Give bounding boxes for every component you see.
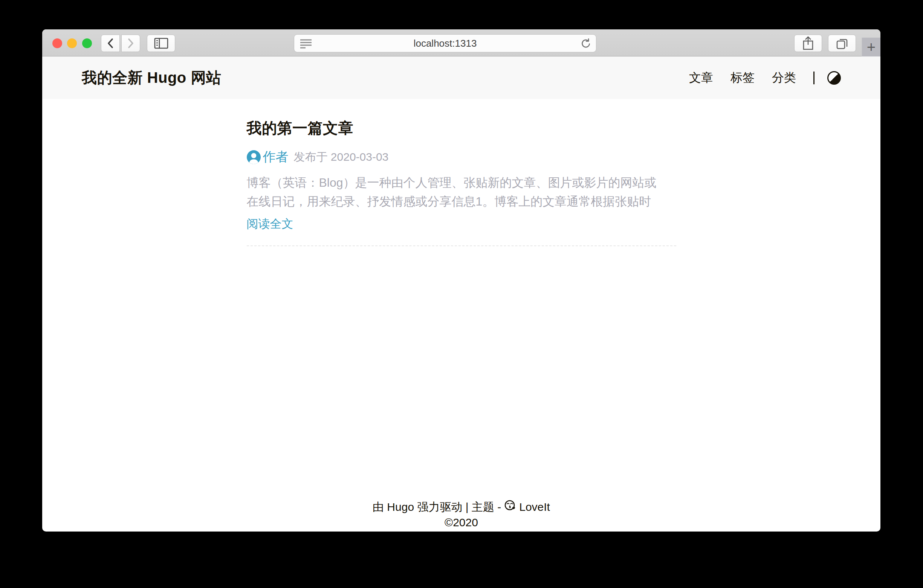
theme-toggle-icon[interactable] (827, 71, 841, 85)
url-text: localhost:1313 (414, 38, 477, 49)
read-more-link[interactable]: 阅读全文 (247, 216, 294, 232)
publish-prefix: 发布于 (294, 151, 328, 163)
browser-toolbar: localhost:1313 + (42, 29, 880, 56)
chevron-right-icon (126, 38, 135, 49)
back-button[interactable] (101, 34, 120, 52)
publish-date: 2020-03-03 (331, 151, 388, 163)
sidebar-toggle-button[interactable] (147, 34, 175, 52)
sidebar-icon (154, 38, 168, 49)
summary-line: 博客（英语：Blog）是一种由个人管理、张贴新的文章、图片或影片的网站或 (247, 173, 676, 192)
share-button[interactable] (794, 34, 822, 52)
forward-button[interactable] (121, 34, 140, 52)
post-meta: 作者 发布于 2020-03-03 (247, 148, 676, 165)
site-footer: 由 Hugo 强力驱动 | 主题 - LoveIt ©2020 (42, 499, 880, 530)
publish-info: 发布于 2020-03-03 (294, 149, 389, 165)
main-content: 我的第一篇文章 作者 发布于 2020-03-03 博客（英语：Blog） (247, 99, 676, 246)
author-link[interactable]: 作者 (263, 148, 289, 165)
nav-item-posts[interactable]: 文章 (689, 70, 713, 86)
desktop: { "browser": { "url": "localhost:1313", … (0, 0, 923, 588)
new-tab-button[interactable]: + (862, 38, 880, 56)
site-title[interactable]: 我的全新 Hugo 网站 (82, 67, 221, 88)
summary-line: 在线日记，用来纪录、抒发情感或分享信息1。博客上的文章通常根据张贴时 (247, 192, 676, 211)
post-summary-card: 我的第一篇文章 作者 发布于 2020-03-03 博客（英语：Blog） (247, 118, 676, 246)
footer-copyright: ©2020 (42, 515, 880, 530)
powered-text: 由 Hugo 强力驱动 | 主题 - (373, 500, 501, 514)
zoom-window-button[interactable] (82, 38, 92, 48)
post-summary: 博客（英语：Blog）是一种由个人管理、张贴新的文章、图片或影片的网站或 在线日… (247, 173, 676, 211)
tabs-icon (835, 36, 849, 50)
footer-powered-line: 由 Hugo 强力驱动 | 主题 - LoveIt (42, 499, 880, 515)
safari-window: localhost:1313 + 我的全新 Hugo 网站 (42, 29, 880, 532)
site-nav: 文章 标签 分类 (672, 70, 841, 86)
minimize-window-button[interactable] (67, 38, 77, 48)
close-window-button[interactable] (53, 38, 62, 48)
kiss-face-icon (504, 499, 516, 515)
reload-button[interactable] (580, 38, 591, 51)
post-title[interactable]: 我的第一篇文章 (247, 118, 676, 139)
tab-overview-button[interactable] (828, 34, 856, 52)
share-icon (802, 36, 815, 51)
post-divider (247, 246, 676, 246)
nav-item-categories[interactable]: 分类 (772, 70, 796, 86)
theme-link[interactable]: LoveIt (519, 500, 550, 514)
nav-item-tags[interactable]: 标签 (731, 70, 755, 86)
reader-view-icon[interactable] (299, 38, 312, 51)
site-header: 我的全新 Hugo 网站 文章 标签 分类 (42, 56, 880, 99)
nav-divider (813, 72, 815, 84)
address-bar[interactable]: localhost:1313 (294, 34, 596, 52)
chevron-left-icon (106, 38, 115, 49)
user-circle-icon (247, 150, 261, 164)
